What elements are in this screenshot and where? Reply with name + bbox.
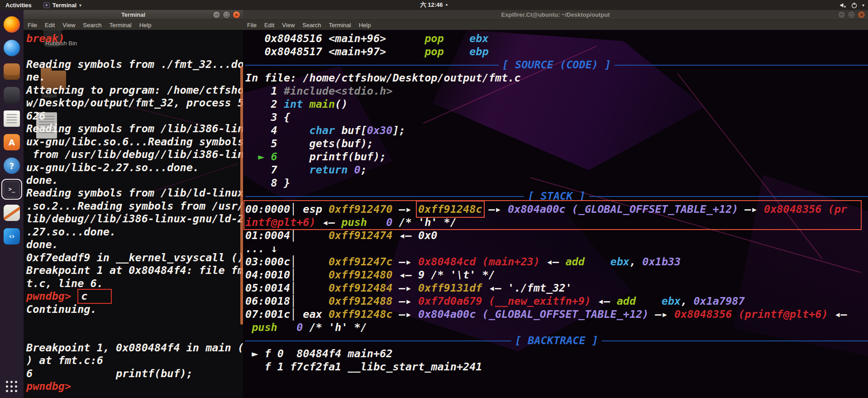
- dock-item-writer-document[interactable]: [1, 108, 22, 129]
- volume-muted-icon[interactable]: [839, 2, 846, 9]
- text-segment: ◂— './fmt_32': [482, 282, 572, 294]
- dock-item-firefox[interactable]: [1, 14, 22, 35]
- text-segment: done.: [26, 174, 58, 187]
- text-segment: 0x804a00c (_GLOBAL_OFFSET_TABLE_+12): [418, 308, 649, 321]
- dock-item-terminal[interactable]: >_: [1, 179, 22, 200]
- right-terminal-content[interactable]: 0x8048516 <main+96> pop ebx 0x8048517 <m…: [243, 30, 868, 398]
- app-menu[interactable]: > Terminal ▾: [43, 2, 81, 9]
- terminal-line: 0x8048516 <main+96> pop ebx: [245, 32, 868, 45]
- text-segment: [348, 163, 354, 176]
- terminal-line: 1 #include<stdio.h>: [245, 85, 868, 98]
- menu-item-help[interactable]: Help: [359, 22, 371, 29]
- right-window-menubar: FileEditViewSearchTerminalHelp: [243, 20, 868, 30]
- menu-item-edit[interactable]: Edit: [264, 22, 274, 29]
- terminal-line: 6 printf(buf);: [26, 367, 243, 380]
- separator-line: [602, 340, 868, 341]
- text-segment: printf(buf);: [277, 150, 386, 163]
- terminal-line: [26, 316, 243, 328]
- text-segment: 0x1a7987: [693, 295, 744, 307]
- minimize-button[interactable]: −: [213, 11, 220, 19]
- close-button[interactable]: ×: [858, 11, 865, 19]
- menu-item-terminal[interactable]: Terminal: [110, 22, 132, 29]
- text-segment: 0: [386, 216, 392, 229]
- terminal-icon: >_: [4, 181, 20, 197]
- terminal-line: ne.: [26, 71, 243, 83]
- separator-line: [245, 65, 499, 66]
- text-segment: ux-gnu/libc.so.6...Reading symbols: [26, 135, 243, 148]
- terminal-line: 626: [26, 110, 243, 122]
- text-segment: 07:001c│: [245, 308, 303, 321]
- left-window-titlebar[interactable]: Terminal −◻×: [24, 10, 243, 20]
- menu-item-view[interactable]: View: [62, 22, 75, 29]
- menu-item-terminal[interactable]: Terminal: [329, 22, 351, 29]
- menu-item-search[interactable]: Search: [302, 22, 321, 29]
- text-segment: [303, 98, 309, 110]
- terminal-line: ► 6 printf(buf);: [245, 150, 868, 163]
- maximize-button[interactable]: ◻: [848, 11, 855, 19]
- dock-item-text-editor[interactable]: [1, 202, 22, 223]
- text-segment: 0xf7edadf9 in __kernel_vsyscall (): [26, 251, 243, 264]
- text-segment: 0x8048356 (printf@plt+6): [674, 308, 828, 321]
- dock-item-help[interactable]: ?: [1, 155, 22, 176]
- close-button[interactable]: ×: [233, 11, 240, 19]
- dock-item-web-browser[interactable]: [1, 38, 22, 58]
- text-segment: ◂—: [591, 295, 617, 307]
- text-segment: —▸: [482, 203, 508, 216]
- terminal-line: In file: /home/ctfshow/Desktop/output/fm…: [245, 72, 868, 85]
- activities-button[interactable]: Activities: [5, 2, 32, 9]
- clock[interactable]: 六 12:46 ●: [420, 1, 448, 9]
- grid-dot: [6, 381, 8, 383]
- text-segment: [245, 321, 252, 334]
- menu-item-edit[interactable]: Edit: [45, 22, 55, 29]
- terminal-line: from /usr/lib/debug//lib/i386-lin: [26, 148, 243, 161]
- terminal-line: done.: [26, 174, 243, 187]
- terminal-line: Reading symbols from ./fmt_32...do: [26, 58, 243, 71]
- text-segment: 3 {: [245, 111, 290, 124]
- terminal-line: Attaching to program: /home/ctfsho: [26, 84, 243, 96]
- terminal-line: ... ↓: [245, 242, 868, 255]
- web-browser-icon: [4, 40, 20, 56]
- terminal-line: 04:0010│ 0xff912480 ◂— 9 /* '\t' */: [245, 269, 868, 282]
- system-menu-chevron-icon[interactable]: ▾: [862, 3, 864, 8]
- terminal-line: .so.2...Reading symbols from /usr/: [26, 200, 243, 212]
- text-segment: esp: [303, 203, 322, 216]
- text-segment: ebx: [610, 255, 629, 268]
- terminal-line: break): [26, 32, 243, 45]
- power-icon[interactable]: [851, 2, 858, 9]
- left-terminal-content[interactable]: Rubbish Bin output break) Reading symbol…: [24, 30, 243, 398]
- minimize-button[interactable]: −: [838, 11, 845, 19]
- terminal-line: 8 }: [245, 177, 868, 190]
- terminal-line: intf@plt+6) ◂— push 0 /* 'h' */: [245, 216, 868, 229]
- dock-item-media-player[interactable]: [1, 85, 22, 105]
- menu-item-help[interactable]: Help: [139, 22, 152, 29]
- menu-item-file[interactable]: File: [247, 22, 257, 29]
- left-terminal-scrollbar[interactable]: [240, 66, 243, 325]
- maximize-button[interactable]: ◻: [223, 11, 230, 19]
- writer-document-icon: [4, 110, 20, 127]
- text-segment: 0x804a00c (_GLOBAL_OFFSET_TABLE_+12): [508, 203, 738, 216]
- section-separator: [ SOURCE (CODE) ]: [245, 58, 868, 72]
- dock-item-show-apps[interactable]: [1, 376, 22, 397]
- text-segment: ... ↓: [245, 242, 277, 255]
- right-window-titlebar[interactable]: Expl0rer.Ct@ubuntu: ~/Desktop/output −◻×: [243, 10, 868, 20]
- menu-item-view[interactable]: View: [282, 22, 295, 29]
- terminal-line: pwndbg>: [26, 380, 243, 393]
- text-segment: [322, 308, 329, 321]
- dock-item-vscode[interactable]: ‹›: [1, 226, 22, 247]
- dock-item-ubuntu-software[interactable]: A: [1, 132, 22, 153]
- text-segment: In file: /home/ctfshow/Desktop/output/fm…: [245, 72, 520, 84]
- menu-item-search[interactable]: Search: [83, 22, 101, 29]
- section-label: [ STACK ]: [528, 190, 585, 203]
- text-segment: —▸: [392, 282, 418, 294]
- dock-item-file-archive[interactable]: [1, 61, 22, 82]
- grid-dot: [15, 390, 17, 392]
- left-terminal-window: Terminal −◻× FileEditViewSearchTerminalH…: [24, 10, 243, 398]
- text-segment: 03:000c│: [245, 255, 329, 268]
- separator-line: [245, 340, 511, 341]
- text-segment: ► 6: [258, 150, 277, 163]
- show-apps-icon: [4, 378, 20, 394]
- text-segment: main: [310, 98, 335, 110]
- menu-item-file[interactable]: File: [28, 22, 37, 29]
- terminal-line: [26, 328, 243, 341]
- terminal-line: 0x8048517 <main+97> pop ebp: [245, 45, 868, 58]
